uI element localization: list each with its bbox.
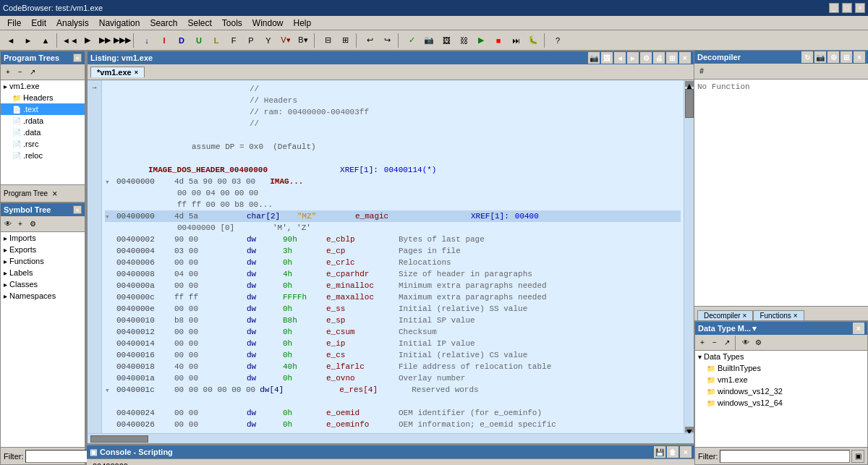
listing-tab-vm1exe[interactable]: *vm1.exe ×: [90, 67, 145, 77]
decompiler-tab-decompiler[interactable]: Decompiler ×: [697, 310, 753, 320]
menu-window[interactable]: Window: [248, 17, 288, 30]
action-btn4[interactable]: U: [191, 33, 207, 48]
stop-btn[interactable]: ■: [490, 33, 506, 48]
maximize-button[interactable]: □: [842, 3, 852, 13]
dtm-filter-btn[interactable]: ▣: [851, 450, 864, 463]
tree-item-functions[interactable]: ▸ Functions: [1, 255, 85, 267]
menu-help[interactable]: Help: [289, 17, 316, 30]
hscroll-thumb[interactable]: [90, 435, 148, 443]
redo-button[interactable]: ↪: [379, 33, 395, 48]
decompiler-options-btn[interactable]: ⚙: [827, 51, 839, 63]
close-button[interactable]: ×: [855, 3, 865, 13]
dtm-add-btn[interactable]: +: [697, 337, 708, 349]
listing-settings-btn[interactable]: ⚙: [640, 52, 652, 64]
tree-item-windows64[interactable]: 📁 windows_vs12_64: [695, 397, 867, 409]
console-clear-btn[interactable]: 🗑: [667, 446, 678, 458]
tree-item-data[interactable]: 📄 .data: [1, 127, 85, 138]
symbol-tree-close[interactable]: ×: [73, 205, 82, 214]
help-btn[interactable]: ?: [550, 33, 566, 48]
code-content[interactable]: // // Headers // ram: 00400000-004003ff: [102, 80, 684, 433]
nav-btn4[interactable]: ▶▶▶: [114, 33, 130, 48]
program-tree-footer-close[interactable]: ×: [52, 189, 57, 199]
tree-item-namespaces[interactable]: ▸ Namespaces: [1, 290, 85, 302]
dtm-filter-input[interactable]: [720, 450, 851, 463]
menu-select[interactable]: Select: [183, 17, 216, 30]
back-button[interactable]: ◄: [3, 33, 19, 48]
console-close-btn[interactable]: ×: [680, 446, 692, 458]
listing-tab-close-btn[interactable]: ×: [135, 69, 138, 76]
minimize-button[interactable]: _: [829, 3, 839, 13]
capture-btn[interactable]: 🖼: [438, 33, 454, 48]
link-btn[interactable]: ⛓: [456, 33, 472, 48]
listing-print-btn[interactable]: 🖨: [653, 52, 665, 64]
step-btn[interactable]: ⏭: [508, 33, 524, 48]
pt-add-btn[interactable]: +: [2, 67, 14, 78]
listing-snapshot-btn[interactable]: 📷: [588, 52, 600, 64]
forward-button[interactable]: ►: [20, 33, 36, 48]
dtm-minus-btn[interactable]: −: [709, 337, 720, 349]
tree-item-classes[interactable]: ▸ Classes: [1, 278, 85, 290]
listing-vscrollbar[interactable]: ▲ ▼: [684, 80, 694, 433]
action-btn7[interactable]: P: [243, 33, 259, 48]
data-type-dropdown-icon[interactable]: ▾: [752, 324, 757, 333]
action-btn8[interactable]: Y: [260, 33, 276, 48]
st-config-btn[interactable]: ⚙: [27, 218, 38, 230]
decompiler-close-btn[interactable]: ×: [854, 51, 865, 63]
tree-item-rsrc[interactable]: 📄 .rsrc: [1, 138, 85, 150]
decompiler-tab-functions[interactable]: Functions ×: [753, 310, 804, 320]
decompiler-dock-btn[interactable]: ⊞: [841, 51, 852, 63]
st-add-btn[interactable]: +: [14, 218, 26, 230]
functions-tab-close[interactable]: ×: [793, 312, 798, 320]
listing-restore-btn[interactable]: 🖼: [601, 52, 613, 64]
tree-item-headers[interactable]: 📁 Headers: [1, 92, 85, 103]
listing-nav-next-btn[interactable]: ►: [627, 52, 639, 64]
listing-nav-prev-btn[interactable]: ◄: [614, 52, 626, 64]
tree-item-text[interactable]: 📄 .text: [1, 103, 85, 115]
action-btn3[interactable]: D: [174, 33, 190, 48]
action-btn1[interactable]: ↓: [139, 33, 155, 48]
pt-arrow-btn[interactable]: ↗: [27, 67, 38, 78]
nav-btn3[interactable]: ▶▶: [97, 33, 113, 48]
decompiler-tab-close[interactable]: ×: [743, 312, 747, 320]
dtm-view-btn[interactable]: 👁: [740, 337, 752, 349]
decompiler-line-num-btn[interactable]: #: [696, 66, 707, 77]
action-btn6[interactable]: F: [226, 33, 242, 48]
tree-item-vm1exe[interactable]: ▸ vm1.exe: [1, 80, 85, 92]
menu-analysis[interactable]: Analysis: [52, 17, 93, 30]
tree-item-builtintypes[interactable]: 📁 BuiltInTypes: [695, 362, 867, 374]
tree-item-imports[interactable]: ▸ Imports: [1, 232, 85, 244]
action-btn10[interactable]: B▾: [295, 33, 311, 48]
action-btn9[interactable]: V▾: [278, 33, 294, 48]
pt-minus-btn[interactable]: −: [14, 67, 26, 78]
screenshot-btn[interactable]: 📷: [421, 33, 437, 48]
nav-btn2[interactable]: ▶: [80, 33, 95, 48]
action-btn11[interactable]: ⊟: [320, 33, 336, 48]
st-view-btn[interactable]: 👁: [2, 218, 14, 230]
run-btn[interactable]: ▶: [473, 33, 489, 48]
program-tree-close[interactable]: ×: [73, 54, 82, 62]
dtm-arrow-btn[interactable]: ↗: [721, 337, 733, 349]
menu-navigation[interactable]: Navigation: [95, 17, 145, 30]
tree-item-dtm-vm1exe[interactable]: 📁 vm1.exe: [695, 374, 867, 385]
tree-item-datatypes[interactable]: ▾ Data Types: [695, 351, 867, 362]
action-btn12[interactable]: ⊞: [337, 33, 353, 48]
tree-item-exports[interactable]: ▸ Exports: [1, 244, 85, 255]
menu-search[interactable]: Search: [145, 17, 182, 30]
console-save-btn[interactable]: 💾: [654, 446, 665, 458]
listing-close-btn[interactable]: ×: [679, 52, 691, 64]
tree-item-windows32[interactable]: 📁 windows_vs12_32: [695, 385, 867, 397]
tree-item-rdata[interactable]: 📄 .rdata: [1, 115, 85, 127]
scroll-thumb[interactable]: [685, 89, 694, 118]
menu-file[interactable]: File: [3, 17, 25, 30]
undo-button[interactable]: ↩: [362, 33, 378, 48]
debug-btn[interactable]: 🐛: [525, 33, 541, 48]
dtm-config-btn[interactable]: ⚙: [752, 337, 764, 349]
tree-item-reloc[interactable]: 📄 .reloc: [1, 150, 85, 161]
scroll-down-btn[interactable]: ▼: [685, 427, 694, 432]
dtm-close-btn[interactable]: ×: [853, 323, 864, 334]
menu-edit[interactable]: Edit: [27, 17, 51, 30]
gutter-expand-btn[interactable]: →: [89, 82, 101, 93]
up-button[interactable]: ▲: [38, 33, 54, 48]
check-button[interactable]: ✓: [404, 33, 420, 48]
action-btn2[interactable]: I: [156, 33, 172, 48]
